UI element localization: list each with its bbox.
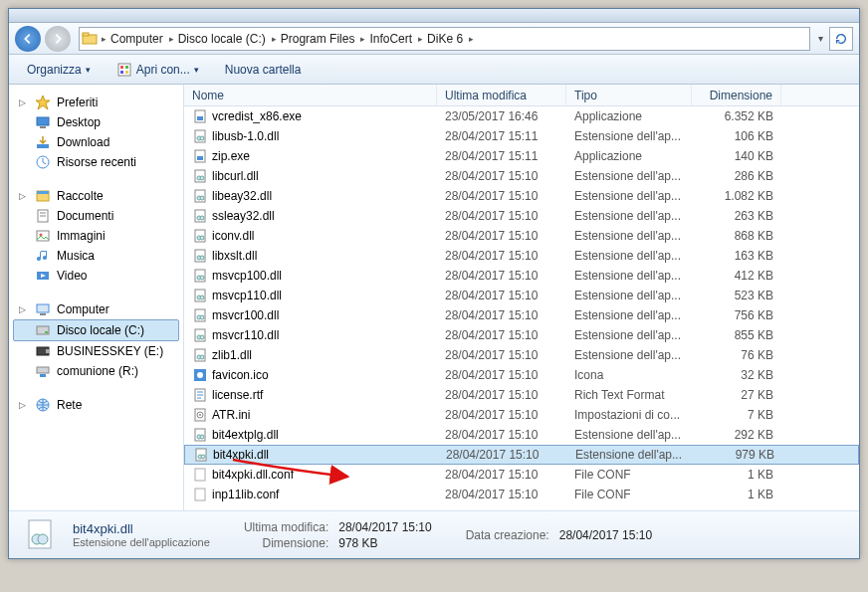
file-name: bit4extplg.dll	[212, 428, 279, 442]
open-with-button[interactable]: Apri con... ▾	[108, 59, 207, 81]
svg-point-48	[200, 236, 204, 240]
file-modified: 28/04/2017 15:10	[438, 448, 567, 462]
file-modified: 28/04/2017 15:10	[437, 249, 566, 263]
column-header-row: Nome Ultima modifica Tipo Dimensione	[184, 85, 859, 106]
file-type: Icona	[566, 368, 692, 382]
back-button[interactable]	[15, 26, 41, 52]
file-modified: 28/04/2017 15:11	[437, 149, 566, 163]
file-modified: 28/04/2017 15:10	[437, 209, 566, 223]
file-name: libusb-1.0.dll	[212, 129, 279, 143]
file-row[interactable]: msvcp100.dll28/04/2017 15:10Estensione d…	[184, 266, 859, 286]
new-folder-button[interactable]: Nuova cartella	[217, 60, 310, 80]
file-size: 1 KB	[692, 468, 781, 482]
nav-item[interactable]: comunione (R:)	[13, 361, 179, 381]
breadcrumb-segment[interactable]: Program Files	[277, 32, 359, 46]
nav-item[interactable]: Documenti	[13, 206, 179, 226]
file-type: File CONF	[566, 488, 692, 501]
file-row[interactable]: bit4xpki.dll28/04/2017 15:10Estensione d…	[184, 445, 859, 465]
breadcrumb-dropdown-icon[interactable]: ▾	[818, 33, 823, 44]
file-row[interactable]: msvcr100.dll28/04/2017 15:10Estensione d…	[184, 305, 859, 325]
file-name: libeay32.dll	[212, 189, 272, 203]
details-meta2: Data creazione:28/04/2017 15:10	[466, 528, 652, 542]
details-meta: Ultima modifica:28/04/2017 15:10 Dimensi…	[244, 520, 432, 550]
svg-point-86	[38, 534, 48, 544]
file-type: Estensione dell'ap...	[566, 129, 692, 143]
forward-button[interactable]	[45, 26, 71, 52]
file-row[interactable]: libusb-1.0.dll28/04/2017 15:11Estensione…	[184, 126, 859, 146]
file-row[interactable]: license.rtf28/04/2017 15:10Rich Text For…	[184, 385, 859, 405]
file-type: Estensione dell'ap...	[566, 169, 692, 183]
svg-point-68	[197, 372, 203, 378]
breadcrumb-segment[interactable]: Disco locale (C:)	[174, 32, 270, 46]
nav-item[interactable]: Immagini	[13, 226, 179, 246]
file-type: Estensione dell'ap...	[566, 269, 692, 283]
file-name: ssleay32.dll	[212, 209, 275, 223]
file-modified: 28/04/2017 15:10	[437, 229, 566, 243]
file-row[interactable]: libeay32.dll28/04/2017 15:10Estensione d…	[184, 186, 859, 206]
file-row[interactable]: msvcp110.dll28/04/2017 15:10Estensione d…	[184, 286, 859, 305]
file-type: Impostazioni di co...	[566, 408, 692, 422]
file-modified: 28/04/2017 15:10	[437, 348, 566, 362]
nav-header[interactable]: ▷Preferiti	[13, 93, 179, 112]
svg-rect-17	[37, 231, 49, 241]
file-row[interactable]: vcredist_x86.exe23/05/2017 16:46Applicaz…	[184, 106, 859, 126]
refresh-button[interactable]	[829, 27, 853, 51]
file-row[interactable]: zlib1.dll28/04/2017 15:10Estensione dell…	[184, 345, 859, 365]
breadcrumb-segment[interactable]: Computer	[107, 32, 167, 46]
file-list[interactable]: vcredist_x86.exe23/05/2017 16:46Applicaz…	[184, 106, 859, 510]
file-row[interactable]: zip.exe28/04/2017 15:11Applicazione140 K…	[184, 146, 859, 166]
svg-point-60	[200, 315, 204, 319]
svg-rect-4	[125, 66, 128, 69]
nav-header[interactable]: ▷Rete	[13, 395, 179, 415]
nav-item[interactable]: BUSINESSKEY (E:)	[13, 341, 179, 361]
file-row[interactable]: ATR.ini28/04/2017 15:10Impostazioni di c…	[184, 405, 859, 425]
file-type: Estensione dell'ap...	[566, 289, 692, 302]
nav-item[interactable]: Desktop	[13, 112, 179, 132]
col-name-header[interactable]: Nome	[184, 85, 437, 105]
file-row[interactable]: bit4xpki.dll.conf28/04/2017 15:10File CO…	[184, 465, 859, 485]
col-size-header[interactable]: Dimensione	[692, 85, 781, 105]
file-row[interactable]: ssleay32.dll28/04/2017 15:10Estensione d…	[184, 206, 859, 226]
file-type: Estensione dell'ap...	[566, 308, 692, 322]
nav-header[interactable]: ▷Computer	[13, 299, 179, 319]
nav-item[interactable]: Video	[13, 266, 179, 286]
file-size: 263 KB	[692, 209, 781, 223]
svg-rect-36	[197, 156, 203, 160]
file-row[interactable]: bit4extplg.dll28/04/2017 15:10Estensione…	[184, 425, 859, 445]
file-modified: 28/04/2017 15:10	[437, 308, 566, 322]
nav-item[interactable]: Musica	[13, 246, 179, 266]
file-modified: 28/04/2017 15:10	[437, 428, 566, 442]
file-modified: 28/04/2017 15:10	[437, 189, 566, 203]
breadcrumb-segment[interactable]: DiKe 6	[423, 32, 467, 46]
svg-point-57	[200, 296, 204, 299]
file-type: Applicazione	[566, 149, 692, 163]
file-type: Estensione dell'ap...	[567, 448, 693, 462]
file-row[interactable]: favicon.ico28/04/2017 15:10Icona32 KB	[184, 365, 859, 385]
organize-button[interactable]: Organizza ▾	[19, 60, 99, 80]
file-size: 32 KB	[692, 368, 781, 382]
svg-point-34	[200, 136, 204, 140]
refresh-icon	[834, 32, 848, 46]
col-modified-header[interactable]: Ultima modifica	[437, 85, 566, 105]
svg-rect-3	[120, 66, 123, 69]
file-row[interactable]: msvcr110.dll28/04/2017 15:10Estensione d…	[184, 325, 859, 345]
svg-rect-31	[197, 116, 203, 120]
file-row[interactable]: iconv.dll28/04/2017 15:10Estensione dell…	[184, 226, 859, 246]
nav-item[interactable]: Disco locale (C:)	[13, 319, 179, 341]
col-type-header[interactable]: Tipo	[566, 85, 692, 105]
file-row[interactable]: libxslt.dll28/04/2017 15:10Estensione de…	[184, 246, 859, 266]
breadcrumb[interactable]: ▸ Computer▸Disco locale (C:)▸Program Fil…	[79, 27, 810, 51]
svg-rect-9	[40, 126, 46, 128]
nav-item[interactable]: Risorse recenti	[13, 152, 179, 172]
file-name: msvcp110.dll	[212, 289, 282, 302]
file-size: 868 KB	[692, 229, 781, 243]
file-row[interactable]: libcurl.dll28/04/2017 15:10Estensione de…	[184, 166, 859, 186]
breadcrumb-segment[interactable]: InfoCert	[365, 32, 416, 46]
file-type: Estensione dell'ap...	[566, 189, 692, 203]
nav-header[interactable]: ▷Raccolte	[13, 186, 179, 206]
open-with-icon	[116, 62, 132, 78]
file-size: 106 KB	[692, 129, 781, 143]
nav-item[interactable]: Download	[13, 132, 179, 152]
file-row[interactable]: inp11lib.conf28/04/2017 15:10File CONF1 …	[184, 485, 859, 504]
forward-arrow-icon	[51, 32, 65, 46]
